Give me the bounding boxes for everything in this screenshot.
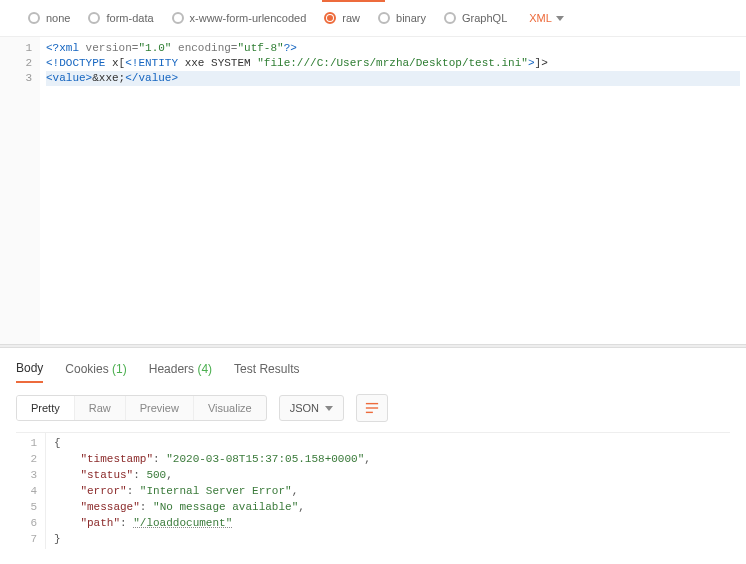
radio-icon [444, 12, 456, 24]
tab-cookies[interactable]: Cookies (1) [65, 356, 126, 382]
body-type-GraphQL[interactable]: GraphQL [444, 12, 507, 24]
body-type-binary[interactable]: binary [378, 12, 426, 24]
view-pretty-button[interactable]: Pretty [17, 396, 75, 420]
radio-icon [28, 12, 40, 24]
active-tab-indicator [322, 0, 385, 2]
radio-label: binary [396, 12, 426, 24]
response-lang-dropdown[interactable]: JSON [279, 395, 344, 421]
view-mode-group: Pretty Raw Preview Visualize [16, 395, 267, 421]
content-type-dropdown[interactable]: XML [529, 12, 564, 24]
response-tabs: Body Cookies (1) Headers (4) Test Result… [0, 348, 746, 384]
body-type-row: noneform-datax-www-form-urlencodedrawbin… [0, 0, 746, 36]
wrap-icon [365, 401, 379, 415]
radio-label: GraphQL [462, 12, 507, 24]
tab-test-results[interactable]: Test Results [234, 356, 299, 382]
body-type-form-data[interactable]: form-data [88, 12, 153, 24]
radio-label: x-www-form-urlencoded [190, 12, 307, 24]
chevron-down-icon [325, 406, 333, 411]
chevron-down-icon [556, 16, 564, 21]
view-visualize-button[interactable]: Visualize [194, 396, 266, 420]
wrap-lines-button[interactable] [356, 394, 388, 422]
body-type-none[interactable]: none [28, 12, 70, 24]
radio-label: raw [342, 12, 360, 24]
response-code-area[interactable]: { "timestamp": "2020-03-08T15:37:05.158+… [46, 433, 730, 549]
content-type-label: XML [529, 12, 552, 24]
tab-headers[interactable]: Headers (4) [149, 356, 212, 382]
response-gutter: 1234567 [16, 433, 46, 549]
radio-icon [88, 12, 100, 24]
radio-icon [378, 12, 390, 24]
view-preview-button[interactable]: Preview [126, 396, 194, 420]
radio-label: form-data [106, 12, 153, 24]
radio-icon [324, 12, 336, 24]
radio-icon [172, 12, 184, 24]
tab-body[interactable]: Body [16, 355, 43, 383]
body-type-raw[interactable]: raw [324, 12, 360, 24]
editor-code-area[interactable]: <?xml version="1.0" encoding="utf-8"?><!… [40, 37, 746, 344]
request-body-editor[interactable]: 123 <?xml version="1.0" encoding="utf-8"… [0, 36, 746, 344]
response-toolbar: Pretty Raw Preview Visualize JSON [0, 384, 746, 432]
radio-label: none [46, 12, 70, 24]
body-type-x-www-form-urlencoded[interactable]: x-www-form-urlencoded [172, 12, 307, 24]
editor-gutter: 123 [0, 37, 40, 344]
response-body: 1234567 { "timestamp": "2020-03-08T15:37… [16, 432, 730, 549]
view-raw-button[interactable]: Raw [75, 396, 126, 420]
